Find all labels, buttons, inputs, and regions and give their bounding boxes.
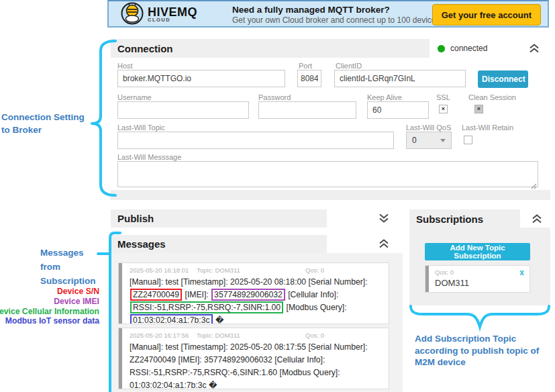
ssl-checkbox[interactable]: × (439, 105, 448, 113)
host-label: Host (117, 62, 133, 70)
subscriptions-underbrace (411, 306, 549, 327)
dropdown-caret-icon (440, 139, 446, 142)
publish-title: Publish (117, 213, 154, 224)
message-payload-line: 01:03:02:04:a1:7b:3c � (130, 314, 389, 324)
lastwill-message-label: Last-Will Messsage (117, 153, 181, 161)
keepalive-input[interactable] (367, 101, 429, 119)
hivemq-bee-icon (121, 2, 144, 28)
message-payload-line: ZZ24700049 [IMEI]: 357748929006032 [Cell… (130, 289, 389, 301)
username-input[interactable] (117, 101, 249, 119)
username-label: Username (117, 93, 152, 101)
lastwill-message-textarea[interactable] (117, 161, 538, 187)
message-qos: Qos: 0 (305, 266, 324, 274)
subscription-list: Qos: 0xDOM311 (425, 265, 530, 293)
payload-text: [Manual]: test [Timestamp]: 2025-05-20 0… (130, 277, 368, 287)
annotation-connection-note: Connection Setting to Broker (1, 111, 85, 136)
message-payload-line: RSSI:-51,RSRP:-75,RSRQ:-6,SINR:1.60 [Mod… (130, 366, 389, 379)
lastwill-topic-label: Last-Will Topic (117, 124, 165, 132)
ssl-label: SSL (436, 93, 450, 101)
legend: Device S/NDevice IMEIDevice Cellular Inf… (0, 287, 99, 326)
payload-text: 01:03:02:04:a1:7b:3c � (130, 381, 217, 389)
highlight-box-red: ZZ24700049 (130, 289, 182, 301)
payload-text: RSSI:-51,RSRP:-75,RSRQ:-6,SINR:1.60 [Mod… (130, 368, 340, 377)
messages-title: Messages (117, 238, 166, 250)
message-meta: 2025-05-20 16:18:01Topic: DOM311Qos: 0 (119, 266, 389, 275)
subscription-qos: Qos: 0 (435, 268, 454, 276)
message-payload-line: [Manual]: test [Timestamp]: 2025-05-20 0… (130, 341, 389, 354)
message-qos: Qos: 0 (305, 332, 324, 339)
clientid-input[interactable] (334, 70, 466, 87)
subscription-close-button[interactable]: x (519, 268, 524, 277)
subscriptions-collapse-icon[interactable] (530, 213, 544, 224)
message-card: 2025-05-20 16:18:01Topic: DOM311Qos: 0[M… (118, 262, 389, 324)
messages-panel: 2025-05-20 16:18:01Topic: DOM311Qos: 0[M… (111, 253, 403, 392)
message-payload-line: RSSI:-51,RSRP:-75,RSRQ:-7,SINR:1.00 [Mod… (130, 301, 389, 314)
resize-grip-icon[interactable] (531, 180, 537, 186)
port-label: Port (299, 62, 312, 70)
legend-item: Device S/N (57, 287, 99, 297)
subscriptions-panel: Add New Topic Subscription Qos: 0xDOM311 (409, 228, 550, 305)
connected-status-dot-icon (438, 45, 445, 52)
connection-title: Connection (117, 43, 173, 54)
connection-status-label: connected (450, 44, 487, 53)
connection-section-footer (111, 190, 550, 200)
lastwill-qos-select[interactable]: 0 (406, 132, 452, 149)
lastwill-retain-checkbox[interactable] (464, 136, 472, 144)
highlight-box-green: RSSI:-51,RSRP:-75,RSRQ:-7,SINR:1.00 (130, 301, 283, 313)
subscription-accent-bar (425, 266, 429, 292)
message-card: 2025-05-20 16:17:56Topic: DOM311Qos: 0[M… (118, 328, 389, 389)
clean-session-label: Clean Session (468, 93, 516, 101)
lastwill-qos-value: 0 (412, 136, 417, 145)
message-meta: 2025-05-20 16:17:56Topic: DOM311Qos: 0 (119, 332, 389, 340)
host-input[interactable] (117, 70, 285, 87)
messages-list: 2025-05-20 16:18:01Topic: DOM311Qos: 0[M… (118, 262, 389, 392)
lastwill-topic-input[interactable] (117, 132, 394, 149)
keepalive-label: Keep Alive (367, 93, 402, 101)
highlight-box-purple: 357748929006032 (211, 289, 285, 301)
message-payload: [Manual]: test [Timestamp]: 2025-05-20 0… (130, 341, 389, 389)
message-payload: [Manual]: test [Timestamp]: 2025-05-20 0… (130, 276, 389, 324)
brand-name: HIVEMQ (148, 7, 197, 17)
publish-section-header: Publish (111, 209, 327, 228)
messages-section-header: Messages (111, 235, 327, 253)
subscription-card: Qos: 0xDOM311 (425, 265, 530, 293)
messages-collapse-icon[interactable] (377, 238, 391, 249)
message-timestamp: 2025-05-20 16:17:56 (130, 332, 189, 339)
subscriptions-section-header: Subscriptions (409, 209, 520, 228)
password-label: Password (258, 93, 291, 101)
connection-brace (92, 41, 115, 195)
password-input[interactable] (258, 101, 356, 119)
subscription-topic: DOM311 (435, 278, 469, 288)
legend-item: Device IMEI (54, 297, 99, 307)
legend-item: Device Cellular Information (0, 307, 99, 317)
legend-item: Modbus IoT sensor data (5, 316, 99, 326)
message-payload-line: 01:03:02:04:a1:7b:3c � (130, 379, 389, 389)
clientid-label: ClientID (336, 62, 362, 70)
message-payload-line: [Manual]: test [Timestamp]: 2025-05-20 0… (130, 276, 389, 289)
subscriptions-title: Subscriptions (416, 213, 483, 225)
message-payload-line: ZZ24700049 [IMEI]: 357748929006032 [Cell… (130, 354, 389, 366)
payload-text: [Modbus Query]: (284, 303, 346, 312)
connection-collapse-icon[interactable] (527, 43, 541, 54)
get-free-account-button[interactable]: Get your free account (432, 4, 541, 26)
payload-text: [Manual]: test [Timestamp]: 2025-05-20 0… (130, 342, 368, 352)
clean-session-checkbox: × (474, 105, 483, 113)
message-timestamp: 2025-05-20 16:18:01 (130, 266, 189, 274)
port-input[interactable] (297, 70, 321, 87)
annotation-subscription-note: Add Subscription Topic according to publ… (415, 333, 539, 369)
hivemq-ad-banner[interactable]: HIVEMQ CLOUD Need a fully managed MQTT b… (107, 0, 549, 28)
highlight-box-blue: 01:03:02:04:a1:7b:3c (130, 314, 213, 324)
payload-text: [Cellular Info]: (286, 290, 339, 299)
message-topic: Topic: DOM311 (197, 266, 240, 274)
connection-section-header: Connection (111, 39, 430, 58)
message-topic: Topic: DOM311 (197, 332, 240, 339)
annotation-messages-note: Messages from Subscription (40, 246, 96, 288)
banner-headline: Need a fully managed MQTT broker? (232, 5, 390, 15)
add-subscription-button[interactable]: Add New Topic Subscription (425, 243, 530, 260)
publish-expand-icon[interactable] (377, 213, 391, 224)
payload-text: � (213, 315, 224, 324)
payload-text: ZZ24700049 [IMEI]: 357748929006032 [Cell… (130, 355, 325, 364)
disconnect-button[interactable]: Disconnect (478, 70, 528, 88)
lastwill-qos-label: Last-Will QoS (406, 124, 451, 132)
hivemq-logo[interactable]: HIVEMQ CLOUD (121, 3, 228, 26)
